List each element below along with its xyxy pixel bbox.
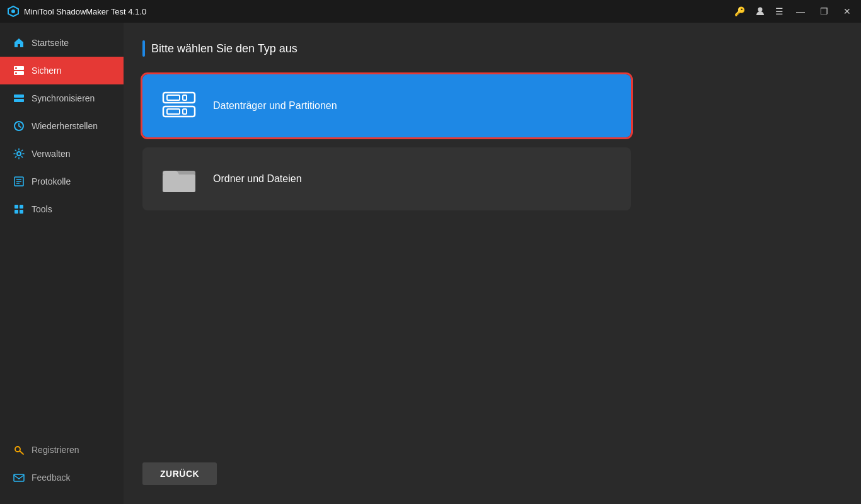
- sidebar-item-wiederherstellen[interactable]: Wiederherstellen: [0, 112, 124, 140]
- sidebar-label-tools: Tools: [32, 204, 52, 214]
- sidebar-label-verwalten: Verwalten: [32, 149, 70, 159]
- svg-rect-26: [167, 109, 180, 114]
- sidebar-item-synchronisieren[interactable]: Synchronisieren: [0, 84, 124, 112]
- app-title: MiniTool ShadowMaker Test 4.1.0: [24, 7, 146, 16]
- title-bar-controls: 🔑 ☰ — ❐ ✕: [734, 5, 853, 18]
- back-button[interactable]: ZURÜCK: [142, 462, 217, 485]
- sidebar-item-tools[interactable]: Tools: [0, 195, 124, 223]
- svg-rect-27: [183, 109, 187, 114]
- hamburger-icon[interactable]: ☰: [775, 6, 783, 16]
- svg-rect-23: [167, 95, 180, 100]
- sidebar-item-sichern[interactable]: Sichern: [0, 57, 124, 84]
- sidebar-item-verwalten[interactable]: Verwalten: [0, 140, 124, 168]
- page-heading: Bitte wählen Sie den Typ aus: [142, 40, 842, 57]
- disk-icon: [160, 87, 198, 125]
- key-nav-icon: [13, 444, 25, 456]
- sidebar-item-startseite[interactable]: Startseite: [0, 29, 124, 57]
- svg-point-1: [11, 9, 15, 13]
- option-card-datentraeger[interactable]: Datenträger und Partitionen: [142, 74, 631, 137]
- title-bar: MiniTool ShadowMaker Test 4.1.0 🔑 ☰ — ❐ …: [0, 0, 861, 23]
- option-label-datentraeger: Datenträger und Partitionen: [213, 100, 337, 112]
- sidebar-label-startseite: Startseite: [32, 38, 69, 48]
- svg-line-20: [20, 451, 24, 454]
- sidebar-label-registrieren: Registrieren: [32, 445, 79, 455]
- sidebar-item-protokolle[interactable]: Protokolle: [0, 168, 124, 195]
- close-button[interactable]: ✕: [841, 5, 853, 18]
- option-label-ordner: Ordner und Dateien: [213, 173, 302, 185]
- svg-rect-17: [14, 210, 18, 214]
- sidebar-label-sichern: Sichern: [32, 66, 61, 76]
- svg-rect-16: [20, 205, 23, 209]
- backup-icon: [13, 64, 25, 77]
- folder-icon: [160, 160, 198, 198]
- sidebar-item-feedback[interactable]: Feedback: [0, 464, 124, 491]
- sync-icon: [13, 92, 25, 105]
- footer-bar: ZURÜCK: [142, 450, 842, 485]
- sidebar-bottom: Registrieren Feedback: [0, 436, 124, 498]
- svg-rect-21: [14, 474, 24, 481]
- manage-icon: [13, 147, 25, 160]
- svg-rect-24: [183, 95, 187, 100]
- app-logo: [8, 6, 19, 17]
- svg-rect-18: [20, 210, 23, 214]
- heading-accent: [142, 40, 145, 57]
- svg-rect-15: [14, 205, 18, 209]
- svg-point-10: [17, 152, 21, 156]
- sidebar-label-feedback: Feedback: [32, 472, 70, 483]
- mail-icon: [13, 471, 25, 484]
- svg-rect-29: [163, 175, 195, 192]
- logs-icon: [13, 175, 25, 188]
- minimize-button[interactable]: —: [794, 5, 807, 18]
- app-body: Startseite Sichern Synchronisieren: [0, 23, 861, 504]
- svg-point-2: [758, 8, 763, 12]
- key-icon[interactable]: 🔑: [734, 6, 745, 16]
- option-card-ordner[interactable]: Ordner und Dateien: [142, 147, 631, 210]
- sidebar-item-registrieren[interactable]: Registrieren: [0, 436, 124, 464]
- maximize-button[interactable]: ❐: [818, 5, 831, 18]
- home-icon: [13, 37, 25, 49]
- svg-rect-6: [15, 72, 17, 74]
- sidebar-label-synchronisieren: Synchronisieren: [32, 93, 95, 103]
- svg-rect-7: [14, 94, 24, 98]
- sidebar-label-protokolle: Protokolle: [32, 176, 71, 186]
- tools-icon: [13, 203, 25, 215]
- title-bar-left: MiniTool ShadowMaker Test 4.1.0: [8, 6, 146, 17]
- svg-rect-8: [14, 99, 24, 102]
- content-area: Bitte wählen Sie den Typ aus Datenträger…: [124, 23, 861, 504]
- page-heading-text: Bitte wählen Sie den Typ aus: [151, 42, 298, 55]
- sidebar: Startseite Sichern Synchronisieren: [0, 23, 124, 504]
- restore-icon: [13, 120, 25, 132]
- sidebar-label-wiederherstellen: Wiederherstellen: [32, 121, 98, 131]
- user-icon[interactable]: [755, 6, 765, 16]
- svg-rect-5: [15, 67, 17, 69]
